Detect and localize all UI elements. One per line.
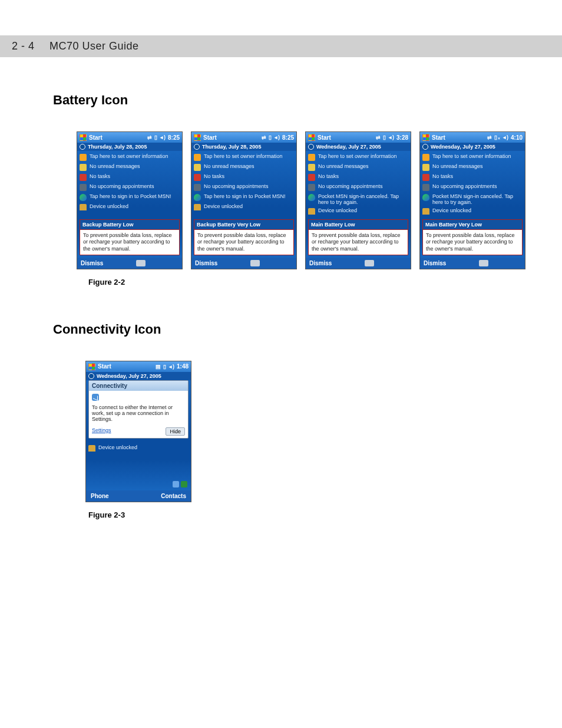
popup-message: To connect to either the Internet or wor… (92, 404, 185, 422)
appointments-row[interactable]: No upcoming appointments (77, 182, 182, 192)
task-icon (422, 174, 429, 181)
hide-button[interactable]: Hide (166, 427, 185, 436)
tasks-row[interactable]: No tasks (420, 172, 525, 182)
clock-icon (194, 144, 200, 150)
calendar-icon (308, 184, 315, 191)
start-label[interactable]: Start (203, 134, 217, 141)
msn-icon (80, 194, 87, 201)
battery-alert: Main Battery Very Low To prevent possibl… (422, 219, 523, 255)
dismiss-button[interactable]: Dismiss (195, 260, 217, 266)
figure-2-2-label: Figure 2-2 (88, 278, 533, 286)
owner-info-row[interactable]: Tap here to set owner information (306, 152, 411, 162)
figure-2-2-group: Start ⇄ ▯ ◂) 8:25 Thursday, July 28, 200… (77, 131, 533, 269)
screenshot-connectivity: Start▤ ▯ ◂)1:48 Wednesday, July 27, 2005… (85, 361, 191, 502)
dismiss-button[interactable]: Dismiss (424, 260, 446, 266)
connectivity-popup: Connectivity To connect to either the In… (88, 380, 189, 439)
doc-title: MC70 User Guide (49, 40, 139, 52)
msn-icon (308, 194, 315, 201)
msn-icon (422, 194, 429, 201)
contacts-softkey[interactable]: Contacts (161, 493, 186, 499)
task-icon (194, 174, 201, 181)
clock-icon (80, 144, 85, 150)
mail-row[interactable]: No unread messages (77, 162, 182, 172)
tasks-row[interactable]: No tasks (77, 172, 182, 182)
start-label[interactable]: Start (98, 363, 111, 370)
clock-time: 1:48 (177, 363, 189, 370)
keyboard-icon[interactable] (365, 260, 374, 266)
alert-title: Main Battery Very Low (423, 220, 522, 230)
status-icons: ⇄ ▯ₓ ◂) (487, 134, 509, 140)
device-unlocked-row[interactable]: Device unlocked (306, 206, 411, 215)
task-icon (308, 174, 315, 181)
system-tray (86, 479, 191, 490)
alert-body: To prevent possible data loss, replace o… (423, 230, 522, 255)
keyboard-icon[interactable] (136, 260, 146, 266)
device-unlocked-row[interactable]: Device unlocked (86, 443, 191, 452)
mail-row[interactable]: No unread messages (191, 162, 296, 172)
alert-body: To prevent possible data loss, replace o… (80, 230, 179, 255)
dismiss-button[interactable]: Dismiss (81, 260, 103, 266)
msn-row[interactable]: Pocket MSN sign-in canceled. Tap here to… (420, 192, 525, 206)
msn-row[interactable]: Tap here to sign in to Pocket MSN! (191, 192, 296, 202)
start-flag-icon (308, 134, 315, 141)
keyboard-icon[interactable] (250, 260, 260, 266)
clock-time: 3:28 (396, 134, 408, 141)
owner-info-row[interactable]: Tap here to set owner information (77, 152, 182, 162)
alert-title: Backup Battery Low (80, 220, 179, 230)
tray-bluetooth-icon[interactable] (173, 481, 179, 487)
tray-connection-icon[interactable] (181, 481, 187, 487)
device-unlocked-row[interactable]: Device unlocked (420, 206, 525, 215)
owner-info-row[interactable]: Tap here to set owner information (420, 152, 525, 162)
settings-link[interactable]: Settings (92, 427, 111, 436)
status-icons: ⇄ ▯ ◂) (147, 134, 166, 140)
screenshot-main-very-low: Start⇄ ▯ₓ ◂)4:10 Wednesday, July 27, 200… (419, 131, 525, 269)
alert-body: To prevent possible data loss, replace o… (194, 230, 293, 255)
alert-title: Main Battery Low (309, 220, 408, 230)
battery-alert: Main Battery Low To prevent possible dat… (308, 219, 408, 255)
owner-icon (80, 154, 87, 161)
battery-alert: Backup Battery Very Low To prevent possi… (194, 219, 294, 255)
mail-row[interactable]: No unread messages (420, 162, 525, 172)
tasks-row[interactable]: No tasks (306, 172, 411, 182)
lock-icon (88, 445, 95, 450)
status-icons: ⇄ ▯ ◂) (376, 134, 395, 140)
msn-row[interactable]: Tap here to sign in to Pocket MSN! (77, 192, 182, 202)
popup-title: Connectivity (89, 381, 188, 391)
start-flag-icon (194, 134, 201, 141)
date-text: Wednesday, July 27, 2005 (431, 144, 495, 150)
start-label[interactable]: Start (89, 134, 103, 141)
device-unlocked-row[interactable]: Device unlocked (191, 202, 296, 210)
screenshot-backup-very-low: Start⇄ ▯ ◂)8:25 Thursday, July 28, 2005 … (191, 131, 297, 269)
phone-softkey[interactable]: Phone (91, 493, 109, 499)
figure-2-3-label: Figure 2-3 (88, 510, 533, 519)
msn-row[interactable]: Pocket MSN sign-in canceled. Tap here to… (306, 192, 411, 206)
section-battery-icon: Battery Icon (53, 93, 533, 108)
dismiss-button[interactable]: Dismiss (309, 260, 332, 266)
owner-info-row[interactable]: Tap here to set owner information (191, 152, 296, 162)
mail-icon (194, 164, 201, 171)
appointments-row[interactable]: No upcoming appointments (191, 182, 296, 192)
status-icons: ⇄ ▯ ◂) (262, 134, 280, 140)
device-unlocked-row[interactable]: Device unlocked (77, 202, 182, 210)
appointments-row[interactable]: No upcoming appointments (420, 182, 525, 192)
mail-row[interactable]: No unread messages (306, 162, 411, 172)
date-text: Wednesday, July 27, 2005 (97, 373, 161, 379)
keyboard-icon[interactable] (479, 260, 488, 266)
lock-icon (194, 204, 201, 209)
start-flag-icon (88, 363, 95, 370)
start-label[interactable]: Start (318, 134, 331, 141)
date-text: Wednesday, July 27, 2005 (316, 144, 381, 150)
tasks-row[interactable]: No tasks (191, 172, 296, 182)
titlebar: Start ⇄ ▯ ◂) 8:25 (77, 132, 182, 143)
appointments-row[interactable]: No upcoming appointments (306, 182, 411, 192)
start-flag-icon (80, 134, 87, 141)
alert-body: To prevent possible data loss, replace o… (309, 230, 408, 255)
softkey-bar: Phone Contacts (86, 490, 191, 502)
battery-alert: Backup Battery Low To prevent possible d… (80, 219, 180, 255)
bluetooth-icon[interactable] (92, 394, 99, 401)
softkey-bar: Dismiss (77, 258, 182, 269)
lock-icon (308, 208, 315, 213)
start-label[interactable]: Start (432, 134, 445, 141)
section-connectivity-icon: Connectivity Icon (53, 322, 533, 337)
clock-icon (422, 144, 428, 150)
